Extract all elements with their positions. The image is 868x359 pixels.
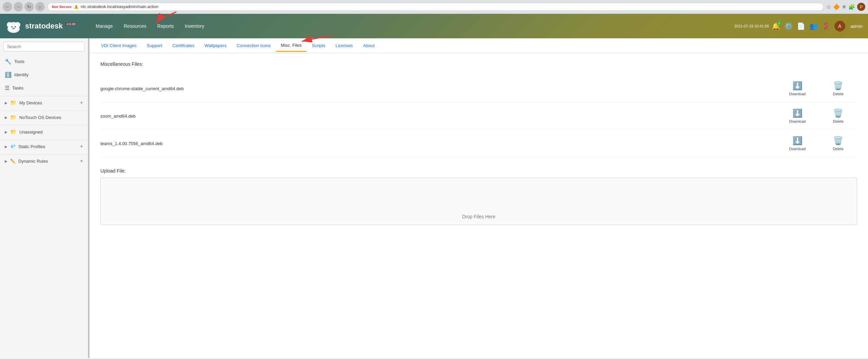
nav-reports[interactable]: Reports [152, 21, 179, 32]
subnav-misc-files[interactable]: Misc. Files [276, 39, 306, 52]
download-label-teams: Download [789, 147, 806, 151]
logo-text: stratodesk [25, 22, 63, 31]
static-profiles-chevron: ▶ [5, 145, 7, 148]
static-profiles-gem-icon: 💎 [10, 144, 16, 149]
extension-icon2[interactable]: ✳ [842, 4, 846, 10]
svg-point-4 [11, 26, 13, 27]
users-icon[interactable]: 👥 [809, 22, 818, 30]
download-label-chrome: Download [789, 92, 806, 96]
bookmark-icon[interactable]: ☆ [826, 4, 831, 10]
sidebar-tasks-label: Tasks [12, 85, 23, 91]
download-button-teams[interactable]: ⬇️ Download [789, 136, 806, 151]
download-button-zoom[interactable]: ⬇️ Download [789, 108, 806, 123]
download-button-chrome[interactable]: ⬇️ Download [789, 81, 806, 96]
subnav-licenses[interactable]: Licenses [331, 40, 357, 52]
sidebar-tools-label: Tools [14, 59, 24, 64]
not-secure-label: Not Secure [52, 5, 72, 9]
extension-icon1[interactable]: 🔶 [833, 4, 840, 10]
reload-button[interactable]: ↻ [24, 2, 34, 12]
tasks-icon: ☰ [5, 85, 9, 91]
admin-label: admin [851, 24, 863, 29]
dynamic-rules-label: Dynamic Rules [18, 159, 48, 164]
home-button[interactable]: ⌂ [35, 2, 45, 12]
unassigned-chevron: ▶ [5, 130, 7, 134]
download-icon-teams: ⬇️ [792, 136, 803, 145]
sidebar-my-devices-section: ▶ 📁 My Devices + [0, 96, 88, 109]
dynamic-rules-edit-icon: ✏️ [10, 159, 16, 164]
sidebar: 🔧 Tools ℹ️ Identify ☰ Tasks ▶ 📁 My Devic… [0, 38, 88, 358]
sidebar-item-dynamic-rules[interactable]: ▶ ✏️ Dynamic Rules + [0, 155, 88, 167]
browser-chrome: ← → ↻ ⌂ Not Secure ⚠️ ntc.stratodesk.loc… [0, 0, 868, 14]
table-row: google-chrome-stable_current_amd64.deb ⬇… [100, 75, 857, 102]
top-nav-links: Manage Resources Reports Inventory [90, 21, 210, 32]
sidebar-item-notouch[interactable]: ▶ 📁 NoTouch OS Devices [0, 111, 88, 124]
document-icon[interactable]: 📄 [797, 22, 805, 30]
back-button[interactable]: ← [3, 2, 12, 12]
file-name-chrome: google-chrome-stable_current_amd64.deb [100, 86, 789, 91]
my-devices-folder-icon: 📁 [10, 100, 17, 106]
subnav-scripts[interactable]: Scripts [307, 40, 330, 52]
sidebar-item-unassigned[interactable]: ▶ 📁 Unassigned [0, 125, 88, 138]
sidebar-item-my-devices[interactable]: ▶ 📁 My Devices + [0, 96, 88, 109]
sidebar-identify-label: Identify [14, 72, 28, 77]
svg-point-3 [9, 22, 18, 32]
file-list: google-chrome-stable_current_amd64.deb ⬇… [100, 75, 857, 157]
extensions-icon[interactable]: 🧩 [848, 4, 855, 10]
static-profiles-add-button[interactable]: + [80, 143, 83, 149]
subnav-certificates[interactable]: Certificates [167, 40, 199, 52]
content-area: 🔧 Tools ℹ️ Identify ☰ Tasks ▶ 📁 My Devic… [0, 38, 868, 358]
my-devices-label: My Devices [19, 100, 42, 105]
sidebar-item-tools[interactable]: 🔧 Tools [0, 55, 88, 68]
address-bar[interactable]: Not Secure ⚠️ ntc.stratodesk.local/easya… [47, 3, 824, 11]
logout-icon[interactable]: 🚪 [822, 22, 830, 30]
notifications-icon[interactable]: 🔔 1 [772, 22, 780, 30]
subnav-wallpapers[interactable]: Wallpapers [200, 40, 231, 52]
logo-area: stratodesk 4.5.68 [5, 19, 77, 33]
app: stratodesk 4.5.68 Manage Resources Repor… [0, 14, 868, 358]
delete-label-zoom: Delete [833, 119, 844, 123]
notification-badge: 1 [777, 21, 782, 25]
table-row: zoom_amd64.deb ⬇️ Download 🗑️ Delete [100, 102, 857, 130]
stratodesk-logo-icon [5, 19, 22, 33]
subnav-connection-icons[interactable]: Connection Icons [232, 40, 275, 52]
subnav-support[interactable]: Support [142, 40, 167, 52]
profile-avatar[interactable]: P [857, 3, 865, 11]
drop-zone[interactable]: Drop Files Here [100, 178, 857, 225]
sidebar-item-static-profiles[interactable]: ▶ 💎 Static Profiles + [0, 140, 88, 153]
dynamic-rules-add-button[interactable]: + [80, 158, 83, 164]
delete-button-zoom[interactable]: 🗑️ Delete [833, 108, 844, 123]
subnav-about[interactable]: About [358, 40, 379, 52]
nav-manage[interactable]: Manage [90, 21, 118, 32]
delete-label-chrome: Delete [833, 92, 844, 96]
nav-resources[interactable]: Resources [118, 21, 152, 32]
delete-button-chrome[interactable]: 🗑️ Delete [833, 81, 844, 96]
file-name-teams: teams_1.4.00.7556_amd64.deb [100, 141, 789, 146]
sidebar-item-tasks[interactable]: ☰ Tasks [0, 81, 88, 95]
dynamic-rules-chevron: ▶ [5, 159, 7, 163]
admin-avatar[interactable]: A [834, 21, 845, 32]
top-nav: stratodesk 4.5.68 Manage Resources Repor… [0, 14, 868, 38]
tools-icon: 🔧 [5, 58, 12, 65]
file-actions-teams: ⬇️ Download 🗑️ Delete [789, 136, 844, 151]
download-icon-chrome: ⬇️ [792, 81, 803, 91]
table-row: teams_1.4.00.7556_amd64.deb ⬇️ Download … [100, 130, 857, 157]
section-title: Miscellaneous Files: [100, 61, 857, 67]
datetime-display: 2021-07-19 10:41:09 [734, 24, 769, 28]
right-panel: VDI Client Images Support Certificates W… [90, 38, 868, 358]
sidebar-notouch-section: ▶ 📁 NoTouch OS Devices [0, 111, 88, 124]
delete-button-teams[interactable]: 🗑️ Delete [833, 136, 844, 151]
subnav-vdi-client-images[interactable]: VDI Client Images [96, 40, 141, 52]
file-name-zoom: zoom_amd64.deb [100, 114, 789, 119]
nav-inventory[interactable]: Inventory [179, 21, 210, 32]
notouch-folder-icon: 📁 [10, 114, 17, 120]
forward-button[interactable]: → [14, 2, 23, 12]
file-actions-chrome: ⬇️ Download 🗑️ Delete [789, 81, 844, 96]
delete-icon-teams: 🗑️ [833, 136, 843, 145]
svg-point-5 [15, 26, 16, 27]
settings-icon[interactable]: ⚙️ [784, 22, 793, 30]
delete-icon-zoom: 🗑️ [833, 108, 843, 118]
my-devices-add-button[interactable]: + [80, 100, 83, 106]
sidebar-item-identify[interactable]: ℹ️ Identify [0, 68, 88, 81]
upload-label: Upload File: [100, 168, 857, 174]
search-input[interactable] [3, 42, 84, 52]
